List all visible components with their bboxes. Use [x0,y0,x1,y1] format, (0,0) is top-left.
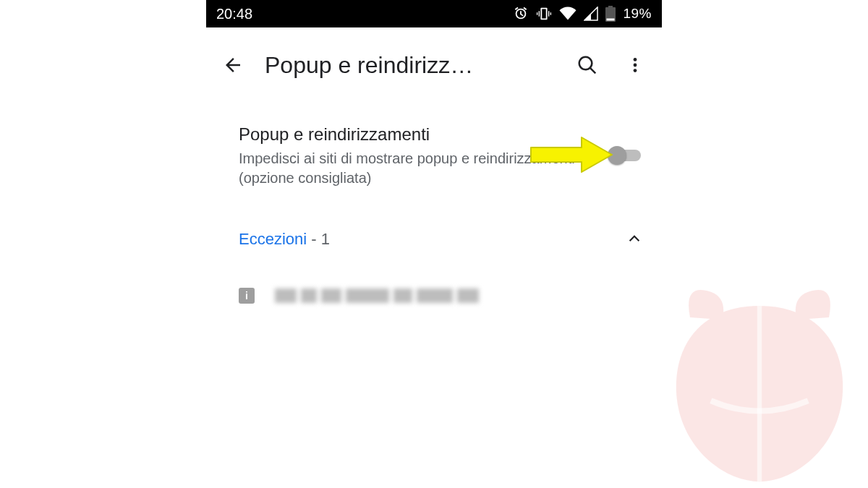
svg-point-2 [634,69,637,72]
setting-description: Impedisci ai siti di mostrare popup e re… [239,149,580,188]
svg-point-0 [634,58,637,61]
page-title: Popup e reindirizz… [265,52,556,79]
cell-signal-icon [584,7,598,21]
more-vert-icon [626,54,644,76]
wifi-icon [559,7,576,21]
search-button[interactable] [571,49,603,81]
exceptions-row[interactable]: Eccezioni - 1 [239,228,644,250]
battery-percent: 19% [623,6,652,22]
status-icons: 19% [513,6,652,22]
chevron-up-icon [625,228,644,247]
exceptions-link[interactable]: Eccezioni [239,230,307,248]
alarm-icon [513,6,529,22]
popup-redirect-toggle[interactable] [609,145,644,165]
setting-title: Popup e reindirizzamenti [239,124,580,145]
app-bar: Popup e reindirizz… [217,43,651,87]
svg-point-1 [634,64,637,67]
svg-rect-3 [757,306,762,481]
arrow-back-icon [222,54,244,76]
collapse-button[interactable] [625,228,644,250]
more-options-button[interactable] [619,49,651,81]
battery-icon [605,6,616,22]
status-bar: 20:48 19% [206,0,662,27]
status-clock: 20:48 [216,6,252,22]
exception-site-redacted [275,288,479,303]
exception-entry[interactable]: i [239,288,644,304]
toggle-thumb [608,146,626,165]
vibrate-icon [536,6,552,22]
exceptions-separator: - [307,230,321,248]
popup-redirect-setting[interactable]: Popup e reindirizzamenti Impedisci ai si… [239,124,644,188]
search-icon [576,54,598,76]
exceptions-count: 1 [321,230,330,248]
back-button[interactable] [217,49,249,81]
watermark-icon [644,271,868,488]
site-icon: i [239,288,255,304]
